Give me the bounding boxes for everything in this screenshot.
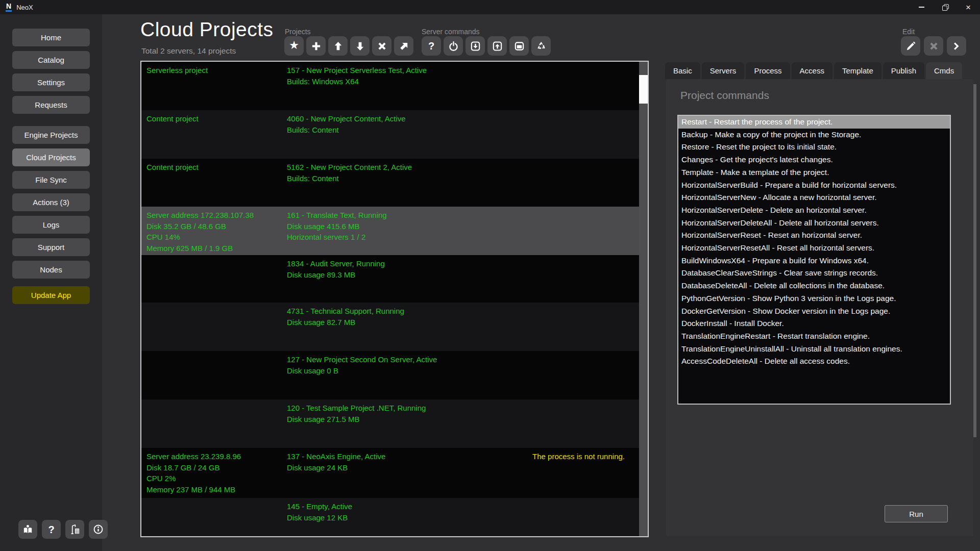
project-info: 137 - NeoAxis Engine, ActiveDisk usage 2… [287,451,532,498]
pencil-icon [905,40,917,52]
server-commands-toolbar-label: Server commands [422,28,480,36]
sidebar-item-requests[interactable]: Requests [12,96,90,114]
command-item[interactable]: BuildWindowsX64 - Prepare a build for Wi… [678,255,950,267]
sidebar-item-logs[interactable]: Logs [12,216,90,234]
command-item[interactable]: Changes - Get the project's latest chang… [678,154,950,166]
project-info: 161 - Translate Text, RunningDisk usage … [287,210,532,255]
sidebar-item-settings[interactable]: Settings [12,73,90,91]
arrow-up-right-button[interactable] [394,36,413,56]
help-button[interactable]: ? [42,520,61,539]
sidebar-item-catalog[interactable]: Catalog [12,51,90,69]
cross-button[interactable] [372,36,391,56]
question-button[interactable]: ? [422,36,441,56]
arrow-down-icon [354,40,366,52]
command-item[interactable]: Template - Make a template of the projec… [678,166,950,179]
plus-button[interactable] [306,36,326,56]
construction-button[interactable] [65,520,84,539]
command-item[interactable]: DockerInstall - Install Docker. [678,317,950,330]
project-info: 157 - New Project Serverless Test, Activ… [287,65,532,110]
minimize-button[interactable] [910,0,933,14]
command-item[interactable]: TranslationEngineRestart - Restart trans… [678,330,950,343]
update-app-button[interactable]: Update App [12,286,90,304]
close-icon: × [966,3,971,12]
project-server-info [146,354,287,399]
commands-panel-heading: Project commands [680,89,769,102]
command-item[interactable]: HorizontalServerDelete - Delete an horiz… [678,204,950,217]
command-item[interactable]: AccessCodeDeleteAll - Delete all access … [678,355,950,368]
project-status-warning [532,113,625,159]
project-status-warning [532,210,625,255]
construction-icon [69,523,81,535]
sidebar-item-actions-3[interactable]: Actions (3) [12,193,90,211]
window-button[interactable] [509,36,529,56]
commands-list: Restart - Restart the process of the pro… [677,115,951,405]
sidebar-item-file-sync[interactable]: File Sync [12,171,90,189]
project-list: Serverless project157 - New Project Serv… [140,61,649,537]
chevron-right-button[interactable] [947,36,966,56]
sidebar-item-support[interactable]: Support [12,238,90,256]
command-item[interactable]: Restart - Restart the process of the pro… [678,116,950,129]
cross-icon [376,40,388,52]
project-list-scrollbar[interactable] [639,62,648,536]
right-panel-tabs: BasicServersProcessAccessTemplatePublish… [665,62,962,79]
command-item[interactable]: PythonGetVersion - Show Python 3 version… [678,292,950,305]
command-item[interactable]: Backup - Make a copy of the project in t… [678,129,950,141]
sidebar-item-engine-projects[interactable]: Engine Projects [12,126,90,144]
close-button[interactable]: × [957,0,980,14]
panel-scrollbar[interactable] [973,84,976,437]
star-button[interactable]: ★ [284,36,304,56]
box-down-icon [470,40,481,52]
arrow-up-button[interactable] [328,36,348,56]
command-item[interactable]: DatabaseDeleteAll - Delete all collectio… [678,280,950,292]
restore-icon [942,5,948,10]
project-row[interactable]: Serverless project157 - New Project Serv… [141,62,639,110]
box-up-button[interactable] [487,36,507,56]
project-row[interactable]: 1834 - Audit Server, RunningDisk usage 8… [141,255,639,303]
restore-button[interactable] [933,0,957,14]
tab-servers[interactable]: Servers [702,62,745,79]
command-item[interactable]: Restore - Reset the project to its initi… [678,141,950,154]
project-row[interactable]: 4731 - Technical Support, RunningDisk us… [141,303,639,351]
project-list-scrollbar-thumb[interactable] [639,75,648,104]
tab-basic[interactable]: Basic [665,62,700,79]
command-item[interactable]: TranslationEngineUninstallAll - Uninstal… [678,343,950,356]
run-button[interactable]: Run [885,505,948,522]
reader-button[interactable] [18,520,37,539]
project-server-info: Serverless project [146,65,287,110]
command-item[interactable]: DatabaseClearSaveStrings - Clear save st… [678,267,950,280]
command-item[interactable]: DockerGetVersion - Show Docker version i… [678,305,950,318]
box-down-button[interactable] [465,36,485,56]
command-item[interactable]: HorizontalServerDeleteAll - Delete all h… [678,217,950,230]
project-row[interactable]: 145 - Empty, ActiveDisk usage 12 KB [141,498,639,536]
command-item[interactable]: HorizontalServerBuild - Prepare a build … [678,179,950,192]
cross-icon [928,40,940,52]
tab-process[interactable]: Process [746,62,790,79]
tab-publish[interactable]: Publish [883,62,924,79]
sidebar-item-cloud-projects[interactable]: Cloud Projects [12,148,90,166]
sidebar-item-home[interactable]: Home [12,29,90,46]
recycle-button[interactable] [531,36,551,56]
project-row[interactable]: 120 - Test Sample Project .NET, RunningD… [141,399,639,448]
project-row[interactable]: Content project5162 - New Project Conten… [141,159,639,207]
arrow-down-button[interactable] [350,36,370,56]
command-item[interactable]: HorizontalServerResetAll - Reset all hor… [678,242,950,255]
command-item[interactable]: HorizontalServerReset - Reset an horizon… [678,229,950,242]
sidebar-item-nodes[interactable]: Nodes [12,261,90,279]
project-server-info [146,501,287,536]
command-item[interactable]: HorizontalServerNew - Allocate a new hor… [678,191,950,204]
project-row[interactable]: 127 - New Project Second On Server, Acti… [141,351,639,399]
project-row[interactable]: Server address 23.239.8.96Disk 18.7 GB /… [141,448,639,498]
power-button[interactable] [444,36,463,56]
project-row[interactable]: Content project4060 - New Project Conten… [141,110,639,159]
tab-cmds[interactable]: Cmds [926,62,962,79]
plus-icon [310,40,322,52]
project-info: 4060 - New Project Content, ActiveBuilds… [287,113,532,159]
pencil-button[interactable] [901,36,920,56]
edit-toolbar-label: Edit [902,28,915,36]
tab-template[interactable]: Template [834,62,881,79]
app-title: NeoX [16,4,33,11]
project-row[interactable]: Server address 172.238.107.38Disk 35.2 G… [141,207,639,255]
project-status-warning [532,258,625,303]
tab-access[interactable]: Access [792,62,832,79]
project-server-info [146,306,287,351]
